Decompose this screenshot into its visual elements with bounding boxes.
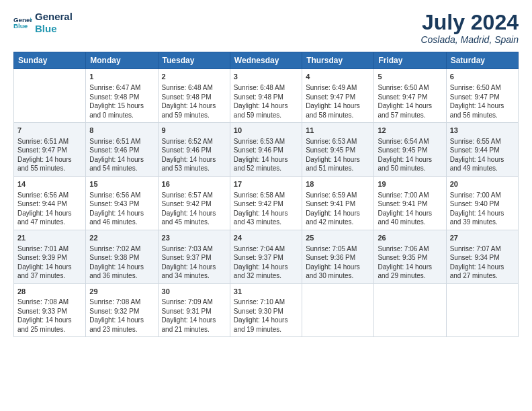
cell-line: Sunrise: 7:08 AM — [89, 298, 154, 307]
cell-line: Sunrise: 6:52 AM — [162, 137, 226, 146]
cell-line: and 32 minutes. — [234, 271, 298, 281]
cell-line: and 54 minutes. — [89, 164, 154, 173]
cell-line: Sunrise: 7:05 AM — [306, 244, 370, 254]
cell-line: Sunset: 9:41 PM — [306, 199, 370, 209]
cell-line: Sunset: 9:46 PM — [89, 146, 154, 155]
cell-line: and 46 minutes. — [89, 218, 154, 227]
cell-line: Sunset: 9:44 PM — [17, 199, 82, 209]
cell-1-7: 6Sunrise: 6:50 AMSunset: 9:47 PMDaylight… — [446, 69, 518, 123]
cell-line: Daylight: 14 hours — [17, 209, 82, 218]
cell-line: Sunset: 9:47 PM — [17, 146, 82, 155]
cell-line: and 19 minutes. — [234, 325, 298, 334]
cell-line: Sunrise: 6:50 AM — [450, 83, 515, 93]
cell-4-4: 24Sunrise: 7:04 AMSunset: 9:37 PMDayligh… — [230, 230, 302, 283]
day-number: 19 — [378, 179, 442, 189]
day-number: 23 — [162, 233, 226, 243]
calendar-table: SundayMondayTuesdayWednesdayThursdayFrid… — [13, 52, 519, 337]
cell-line: Sunrise: 7:07 AM — [450, 244, 515, 254]
cell-line: Daylight: 14 hours — [450, 263, 515, 272]
day-number: 7 — [17, 126, 82, 136]
cell-4-7: 27Sunrise: 7:07 AMSunset: 9:34 PMDayligh… — [446, 230, 518, 283]
cell-line: Sunrise: 6:49 AM — [306, 83, 370, 93]
cell-line: and 59 minutes. — [234, 111, 298, 120]
cell-line: Sunset: 9:46 PM — [234, 146, 298, 155]
col-header-sunday: Sunday — [14, 52, 86, 69]
title-block: July 2024 Coslada, Madrid, Spain — [420, 11, 519, 45]
cell-line: Daylight: 14 hours — [450, 155, 515, 165]
cell-line: Daylight: 14 hours — [162, 209, 226, 218]
cell-line: Sunset: 9:37 PM — [234, 253, 298, 263]
day-number: 3 — [234, 72, 298, 82]
cell-line: Sunrise: 7:03 AM — [162, 244, 226, 254]
cell-line: Sunset: 9:34 PM — [450, 253, 515, 263]
cell-line: Daylight: 14 hours — [89, 263, 154, 272]
cell-line: Sunset: 9:47 PM — [306, 93, 370, 102]
main-title: July 2024 — [420, 11, 519, 34]
day-number: 12 — [378, 126, 442, 136]
cell-line: and 25 minutes. — [17, 325, 82, 334]
cell-2-6: 12Sunrise: 6:54 AMSunset: 9:45 PMDayligh… — [374, 123, 446, 177]
day-number: 27 — [450, 233, 515, 243]
cell-2-5: 11Sunrise: 6:53 AMSunset: 9:45 PMDayligh… — [302, 123, 374, 177]
cell-line: and 37 minutes. — [17, 271, 82, 281]
cell-line: Sunrise: 7:06 AM — [378, 244, 442, 254]
cell-line: Sunset: 9:45 PM — [306, 146, 370, 155]
page: General Blue General Blue July 2024 Cosl… — [0, 0, 532, 411]
cell-1-6: 5Sunrise: 6:50 AMSunset: 9:47 PMDaylight… — [374, 69, 446, 123]
day-number: 29 — [89, 287, 154, 297]
cell-line: Sunset: 9:41 PM — [378, 199, 442, 209]
day-number: 20 — [450, 179, 515, 189]
day-number: 26 — [378, 233, 442, 243]
cell-line: Sunset: 9:30 PM — [234, 307, 298, 316]
cell-line: Daylight: 14 hours — [378, 263, 442, 272]
cell-3-6: 19Sunrise: 7:00 AMSunset: 9:41 PMDayligh… — [374, 176, 446, 230]
cell-line: Sunrise: 7:04 AM — [234, 244, 298, 254]
week-row-4: 21Sunrise: 7:01 AMSunset: 9:39 PMDayligh… — [14, 230, 519, 283]
day-number: 5 — [378, 72, 442, 82]
logo-text-line2: Blue — [35, 23, 73, 35]
day-number: 28 — [17, 287, 82, 297]
cell-line: Daylight: 14 hours — [162, 155, 226, 165]
cell-line: Daylight: 14 hours — [234, 263, 298, 272]
subtitle: Coslada, Madrid, Spain — [420, 34, 519, 45]
cell-1-5: 4Sunrise: 6:49 AMSunset: 9:47 PMDaylight… — [302, 69, 374, 123]
header: General Blue General Blue July 2024 Cosl… — [13, 11, 519, 45]
day-number: 22 — [89, 233, 154, 243]
cell-line: and 36 minutes. — [89, 271, 154, 281]
day-number: 8 — [89, 126, 154, 136]
cell-line: Daylight: 14 hours — [306, 209, 370, 218]
cell-line: Sunrise: 6:48 AM — [162, 83, 226, 93]
cell-line: Sunset: 9:42 PM — [162, 199, 226, 209]
cell-line: and 39 minutes. — [450, 218, 515, 227]
cell-1-2: 1Sunrise: 6:47 AMSunset: 9:48 PMDaylight… — [86, 69, 158, 123]
col-header-monday: Monday — [86, 52, 158, 69]
cell-line: Sunrise: 6:55 AM — [450, 137, 515, 146]
cell-2-4: 10Sunrise: 6:53 AMSunset: 9:46 PMDayligh… — [230, 123, 302, 177]
cell-line: Sunrise: 6:57 AM — [162, 191, 226, 200]
cell-5-6 — [374, 283, 446, 337]
cell-line: and 40 minutes. — [378, 218, 442, 227]
logo-text-line1: General — [35, 11, 73, 23]
cell-5-4: 31Sunrise: 7:10 AMSunset: 9:30 PMDayligh… — [230, 283, 302, 337]
cell-line: Sunrise: 7:01 AM — [17, 244, 82, 254]
cell-line: Daylight: 14 hours — [162, 263, 226, 272]
col-header-friday: Friday — [374, 52, 446, 69]
cell-line: Daylight: 14 hours — [234, 101, 298, 111]
cell-4-3: 23Sunrise: 7:03 AMSunset: 9:37 PMDayligh… — [158, 230, 230, 283]
cell-3-3: 16Sunrise: 6:57 AMSunset: 9:42 PMDayligh… — [158, 176, 230, 230]
week-row-3: 14Sunrise: 6:56 AMSunset: 9:44 PMDayligh… — [14, 176, 519, 230]
cell-line: and 29 minutes. — [378, 271, 442, 281]
cell-4-6: 26Sunrise: 7:06 AMSunset: 9:35 PMDayligh… — [374, 230, 446, 283]
cell-2-1: 7Sunrise: 6:51 AMSunset: 9:47 PMDaylight… — [14, 123, 86, 177]
cell-2-7: 13Sunrise: 6:55 AMSunset: 9:44 PMDayligh… — [446, 123, 518, 177]
cell-line: and 0 minutes. — [89, 111, 154, 120]
cell-line: Sunset: 9:48 PM — [234, 93, 298, 102]
cell-line: and 21 minutes. — [162, 325, 226, 334]
cell-line: Sunset: 9:47 PM — [450, 93, 515, 102]
cell-line: and 57 minutes. — [378, 111, 442, 120]
cell-line: Sunrise: 6:59 AM — [306, 191, 370, 200]
cell-line: Sunrise: 6:51 AM — [17, 137, 82, 146]
cell-line: Sunrise: 6:47 AM — [89, 83, 154, 93]
cell-line: Sunrise: 6:56 AM — [17, 191, 82, 200]
cell-line: Sunrise: 6:56 AM — [89, 191, 154, 200]
